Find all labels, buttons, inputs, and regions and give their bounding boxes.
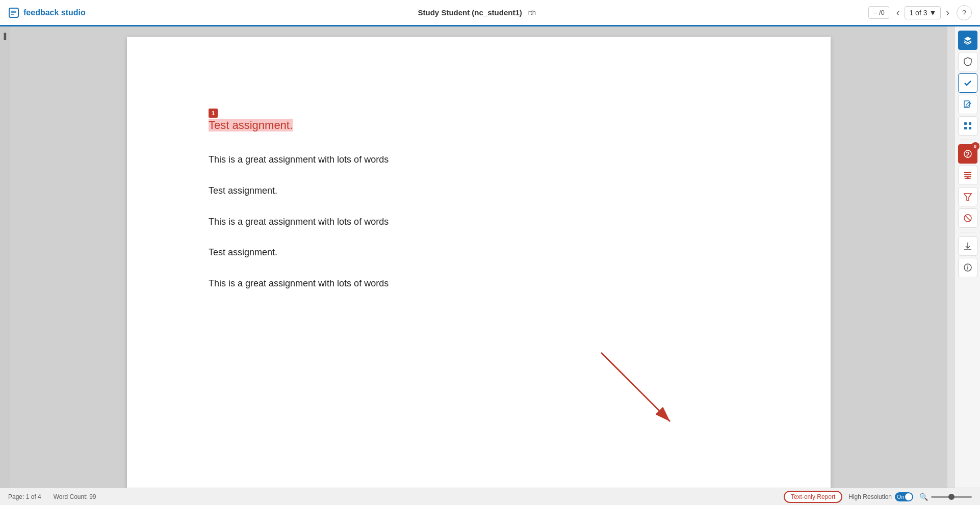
edit-btn[interactable] (958, 95, 977, 114)
page-status: Page: 1 of 4 (8, 493, 41, 500)
student-id: rth (528, 9, 536, 16)
sidebar-toggle-icon: ❚ (2, 32, 8, 40)
svg-rect-15 (964, 176, 971, 177)
student-name: Study Student (nc_student1) (418, 8, 522, 17)
svg-rect-9 (964, 127, 967, 129)
paragraph-3: This is a great assignment with lots of … (209, 215, 790, 229)
help-btn[interactable]: ? (957, 5, 972, 20)
status-bar: Page: 1 of 4 Word Count: 99 Text-only Re… (0, 488, 980, 505)
logo-text: feedback studio (23, 8, 86, 17)
sidebar-divider-2 (960, 232, 976, 232)
zoom-thumb (948, 494, 955, 500)
zoom-controls: 🔍 (919, 493, 972, 501)
header-right: -- /0 ‹ 1 of 3 ▼ › ? (868, 5, 972, 20)
toggle-on-label: On (897, 494, 905, 500)
svg-rect-13 (964, 172, 971, 173)
chevron-down-icon: ▼ (929, 9, 936, 17)
annotation-marker: 1 (209, 108, 790, 119)
svg-rect-10 (969, 127, 971, 129)
status-left: Page: 1 of 4 Word Count: 99 (8, 493, 96, 500)
svg-marker-16 (964, 177, 971, 179)
main-area: ❚ 1 Test assignment. This is a great ass… (0, 26, 980, 488)
doc-page: 1 Test assignment. This is a great assig… (127, 37, 831, 488)
text-only-report-btn[interactable]: Text-only Report (784, 491, 842, 503)
svg-point-11 (964, 150, 971, 157)
paragraph-5: This is a great assignment with lots of … (209, 276, 790, 291)
svg-point-24 (967, 265, 968, 267)
scrollbar[interactable] (947, 26, 955, 488)
svg-rect-7 (964, 122, 967, 125)
svg-line-5 (601, 353, 670, 421)
similarity-btn-wrapper: 8 (958, 144, 977, 164)
zoom-slider[interactable] (931, 496, 972, 498)
high-res-label: High Resolution (848, 493, 892, 500)
page-count-btn[interactable]: -- /0 (868, 6, 889, 19)
high-res-toggle[interactable]: On (895, 492, 913, 501)
page-indicator[interactable]: 1 of 3 ▼ (905, 6, 941, 19)
svg-point-12 (967, 156, 968, 157)
check-btn[interactable] (958, 73, 977, 93)
high-res-toggle-container: High Resolution On (848, 492, 913, 501)
status-right: Text-only Report High Resolution On 🔍 (784, 491, 972, 503)
svg-line-19 (965, 216, 970, 221)
svg-marker-17 (964, 194, 971, 200)
header: feedback studio Study Student (nc_studen… (0, 0, 980, 26)
zoom-icon: 🔍 (919, 493, 928, 501)
title-block: 1 Test assignment. (209, 108, 790, 132)
layers-btn[interactable] (958, 31, 977, 50)
filter-btn[interactable] (958, 187, 977, 206)
download-btn[interactable] (958, 236, 977, 256)
page-indicator-text: 1 of 3 (909, 9, 927, 17)
header-center: Study Student (nc_student1) rth (418, 8, 536, 17)
left-sidebar-toggle[interactable]: ❚ (0, 26, 10, 488)
doc-area: 1 Test assignment. This is a great assig… (10, 26, 947, 488)
rubric-btn[interactable] (958, 166, 977, 185)
prev-page-btn[interactable]: ‹ (893, 5, 903, 20)
toggle-knob (905, 493, 912, 500)
svg-rect-8 (969, 122, 971, 125)
info-btn[interactable] (958, 258, 977, 277)
highlighted-title: Test assignment. (209, 119, 293, 131)
paragraph-2: Test assignment. (209, 183, 790, 198)
shield-btn[interactable] (958, 52, 977, 71)
logo-icon (8, 7, 19, 18)
next-page-btn[interactable]: › (943, 5, 952, 20)
arrow-annotation (586, 342, 688, 434)
svg-rect-14 (964, 174, 971, 175)
similarity-badge: 8 (971, 142, 979, 150)
right-sidebar: 8 (955, 26, 980, 488)
paragraph-1: This is a great assignment with lots of … (209, 152, 790, 167)
page-nav: ‹ 1 of 3 ▼ › (893, 5, 952, 20)
word-count-status: Word Count: 99 (54, 493, 96, 500)
paragraph-4: Test assignment. (209, 245, 790, 260)
grid-btn[interactable] (958, 116, 977, 136)
header-left: feedback studio (8, 7, 86, 18)
block-btn[interactable] (958, 208, 977, 228)
sidebar-divider-1 (960, 140, 976, 140)
